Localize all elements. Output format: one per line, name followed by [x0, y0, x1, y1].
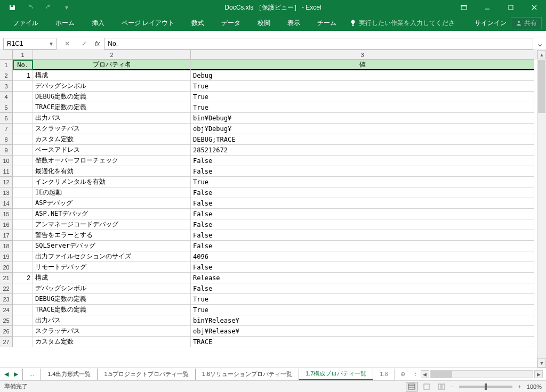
cell-prop[interactable]: スクラッチパス: [33, 326, 191, 337]
zoom-slider[interactable]: [459, 386, 512, 388]
cell-no[interactable]: [13, 251, 33, 262]
signin-link[interactable]: サインイン: [475, 19, 507, 28]
select-all-corner[interactable]: [0, 50, 13, 60]
cell-val[interactable]: True: [191, 305, 534, 315]
hscroll-right-icon[interactable]: ▶: [534, 370, 543, 378]
tab-team[interactable]: チーム: [309, 15, 345, 31]
col-header-2[interactable]: 2: [33, 50, 191, 60]
hscroll-thumb[interactable]: [431, 371, 452, 378]
undo-icon[interactable]: [22, 1, 38, 14]
zoom-level[interactable]: 100%: [527, 383, 542, 390]
row-header[interactable]: 17: [0, 230, 13, 241]
zoom-in-icon[interactable]: +: [518, 383, 521, 390]
cell-no[interactable]: [13, 305, 33, 315]
sheet-tab-0[interactable]: 1.4出力形式一覧: [41, 369, 98, 380]
tab-insert[interactable]: 挿入: [83, 15, 113, 31]
fx-icon[interactable]: fx: [95, 40, 100, 47]
tab-nav-prev-icon[interactable]: ◀: [2, 369, 11, 380]
cell-prop[interactable]: 出力パス: [33, 315, 191, 326]
redo-icon[interactable]: [41, 1, 57, 14]
row-header[interactable]: 24: [0, 305, 13, 315]
ribbon-display-icon[interactable]: [452, 0, 476, 15]
cell-no[interactable]: [13, 241, 33, 251]
cell-val[interactable]: True: [191, 81, 534, 92]
cell-prop[interactable]: DEBUG定数の定義: [33, 92, 191, 102]
cell-no[interactable]: [13, 92, 33, 102]
cell-no[interactable]: [13, 187, 33, 198]
cell-prop[interactable]: SQLServerデバッグ: [33, 241, 191, 251]
cell-val[interactable]: 4096: [191, 251, 534, 262]
cell-val[interactable]: True: [191, 177, 534, 187]
cell-val[interactable]: False: [191, 230, 534, 241]
chevron-down-icon[interactable]: ▾: [50, 40, 53, 47]
cell-no[interactable]: [13, 294, 33, 305]
cell-no[interactable]: [13, 230, 33, 241]
cell-val[interactable]: False: [191, 209, 534, 219]
cell-val[interactable]: obj¥Debug¥: [191, 124, 534, 134]
cell-val[interactable]: False: [191, 219, 534, 230]
cell-val[interactable]: DEBUG;TRACE: [191, 134, 534, 145]
save-icon[interactable]: [4, 1, 20, 14]
cell-val[interactable]: TRACE: [191, 337, 534, 347]
tab-review[interactable]: 校閲: [249, 15, 279, 31]
row-header[interactable]: 16: [0, 219, 13, 230]
cell-prop[interactable]: DEBUG定数の定義: [33, 294, 191, 305]
cell-no[interactable]: [13, 262, 33, 273]
sheet-tab-1[interactable]: 1.5プロジェクトプロパティ一覧: [97, 369, 195, 380]
cell-prop[interactable]: ベースアドレス: [33, 145, 191, 156]
tab-file[interactable]: ファイル: [4, 15, 47, 31]
cell-no[interactable]: [13, 283, 33, 294]
cell-prop[interactable]: 構成: [33, 70, 191, 81]
formula-expand-icon[interactable]: ⌄: [535, 38, 544, 50]
row-header[interactable]: 10: [0, 156, 13, 166]
cell-val[interactable]: False: [191, 187, 534, 198]
row-header[interactable]: 5: [0, 102, 13, 113]
cell-header-val[interactable]: 値: [191, 60, 534, 70]
sheet-tab-prev-overflow[interactable]: ...: [22, 369, 41, 380]
cell-no[interactable]: [13, 198, 33, 209]
scroll-thumb[interactable]: [538, 60, 545, 113]
cell-header-prop[interactable]: プロパティ名: [33, 60, 191, 70]
row-header[interactable]: 7: [0, 124, 13, 134]
sheet-tab-3[interactable]: 1.7構成プロパティ一覧: [299, 369, 373, 380]
tell-me-search[interactable]: [349, 19, 455, 27]
cell-val[interactable]: Debug: [191, 70, 534, 81]
tab-home[interactable]: ホーム: [47, 15, 83, 31]
cell-val[interactable]: bin¥Debug¥: [191, 113, 534, 124]
row-header[interactable]: 22: [0, 283, 13, 294]
cell-val[interactable]: Release: [191, 273, 534, 283]
tab-page-layout[interactable]: ページ レイアウト: [113, 15, 183, 31]
add-sheet-icon[interactable]: ⊕: [397, 369, 410, 380]
cell-val[interactable]: True: [191, 102, 534, 113]
row-header[interactable]: 27: [0, 337, 13, 347]
row-header[interactable]: 6: [0, 113, 13, 124]
zoom-out-icon[interactable]: −: [451, 383, 454, 390]
cell-no[interactable]: [13, 113, 33, 124]
row-header[interactable]: 23: [0, 294, 13, 305]
row-header[interactable]: 9: [0, 145, 13, 156]
cell-no[interactable]: [13, 124, 33, 134]
qat-customize-icon[interactable]: ▾: [59, 1, 75, 14]
cell-val[interactable]: False: [191, 156, 534, 166]
cell-no[interactable]: [13, 166, 33, 177]
cell-val[interactable]: True: [191, 92, 534, 102]
sheet-tab-2[interactable]: 1.6ソリューションプロパティ一覧: [195, 369, 299, 380]
cell-prop[interactable]: 最適化を有効: [33, 166, 191, 177]
scroll-up-icon[interactable]: ▲: [537, 50, 546, 59]
row-header[interactable]: 19: [0, 251, 13, 262]
cell-prop[interactable]: TRACE定数の定義: [33, 102, 191, 113]
cell-no[interactable]: [13, 177, 33, 187]
cell-val[interactable]: True: [191, 294, 534, 305]
cell-no[interactable]: [13, 102, 33, 113]
scroll-down-icon[interactable]: ▼: [537, 358, 546, 368]
cell-val[interactable]: False: [191, 198, 534, 209]
cell-prop[interactable]: 出力ファイルセクションのサイズ: [33, 251, 191, 262]
tell-me-input[interactable]: [359, 19, 455, 27]
cell-prop[interactable]: アンマネージコードデバッグ: [33, 219, 191, 230]
row-header[interactable]: 14: [0, 198, 13, 209]
tab-view[interactable]: 表示: [279, 15, 309, 31]
row-header[interactable]: 26: [0, 326, 13, 337]
cell-prop[interactable]: TRACE定数の定義: [33, 305, 191, 315]
horizontal-scrollbar[interactable]: [430, 370, 533, 378]
col-header-3[interactable]: 3: [191, 50, 534, 60]
